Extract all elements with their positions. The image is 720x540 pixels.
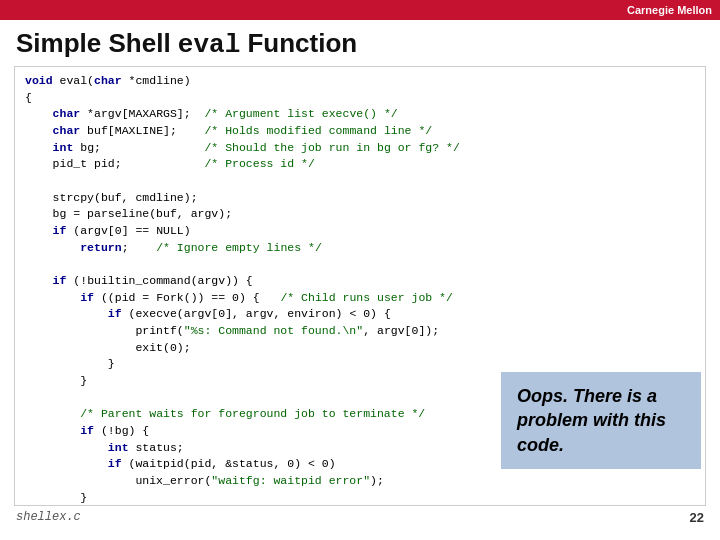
title-prefix: Simple Shell xyxy=(16,28,178,58)
oops-bubble: Oops. There is a problem with this code. xyxy=(501,372,701,469)
oops-text: Oops. There is a problem with this code. xyxy=(517,386,666,455)
top-bar: Carnegie Mellon xyxy=(0,0,720,20)
page-number: 22 xyxy=(690,510,704,525)
page-title: Simple Shell eval Function xyxy=(0,20,720,66)
title-mono: eval xyxy=(178,30,240,60)
code-container: void eval(char *cmdline) { char *argv[MA… xyxy=(14,66,706,506)
university-label: Carnegie Mellon xyxy=(627,4,712,16)
filename-label: shellex.c xyxy=(16,510,81,524)
bottom-bar: shellex.c 22 xyxy=(0,506,720,528)
title-suffix: Function xyxy=(240,28,357,58)
